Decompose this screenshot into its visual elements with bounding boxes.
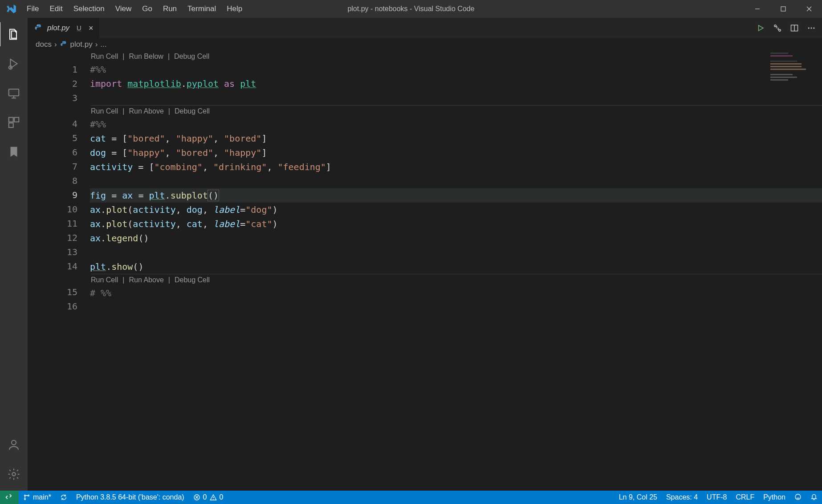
menu-edit[interactable]: Edit xyxy=(44,0,68,18)
breadcrumb-item[interactable]: docs xyxy=(36,40,52,49)
codelens-run-cell[interactable]: Run Cell xyxy=(91,51,118,62)
codelens-run-cell[interactable]: Run Cell xyxy=(91,106,118,117)
code-line[interactable]: #%% xyxy=(90,62,822,77)
svg-rect-5 xyxy=(9,123,13,127)
status-cursor[interactable]: Ln 9, Col 25 xyxy=(614,493,662,501)
menu-file[interactable]: File xyxy=(21,0,44,18)
status-problems[interactable]: 0 0 xyxy=(189,491,228,504)
svg-point-13 xyxy=(811,28,812,29)
codelens-cell2: Run Cell| Run Above| Debug Cell xyxy=(91,105,822,117)
svg-point-12 xyxy=(808,28,810,29)
run-debug-icon[interactable] xyxy=(0,52,28,76)
svg-point-14 xyxy=(813,28,814,29)
window-controls xyxy=(745,0,822,18)
explorer-icon[interactable] xyxy=(0,22,28,46)
svg-rect-0 xyxy=(781,7,785,11)
code-line[interactable]: activity = ["combing", "drinking", "feed… xyxy=(90,160,822,174)
menu-bar: File Edit Selection View Go Run Terminal… xyxy=(21,0,248,18)
line-number-gutter: 1 2 3 4 5 6 7 8 9 10 11 12 13 14 15 16 xyxy=(28,51,90,491)
code-line[interactable]: import matplotlib.pyplot as plt xyxy=(90,77,822,91)
svg-point-16 xyxy=(24,499,26,500)
codelens-run-above[interactable]: Run Above xyxy=(129,274,164,286)
svg-rect-2 xyxy=(9,89,19,96)
status-interpreter[interactable]: Python 3.8.5 64-bit ('base': conda) xyxy=(72,491,189,504)
svg-point-15 xyxy=(24,495,26,496)
status-feedback-icon[interactable] xyxy=(790,493,806,500)
code-line[interactable]: #%% xyxy=(90,117,822,131)
code-line[interactable]: cat = ["bored", "happy", "bored"] xyxy=(90,131,822,146)
status-eol[interactable]: CRLF xyxy=(731,493,759,501)
svg-rect-4 xyxy=(14,118,19,122)
svg-rect-3 xyxy=(9,118,13,122)
compare-changes-icon[interactable] xyxy=(772,23,783,33)
codelens-run-cell[interactable]: Run Cell xyxy=(91,274,118,286)
close-button[interactable] xyxy=(796,0,822,18)
status-sync-icon[interactable] xyxy=(56,491,72,504)
code-line[interactable]: # %% xyxy=(90,286,822,300)
codelens-debug-cell[interactable]: Debug Cell xyxy=(174,51,209,62)
codelens-debug-cell[interactable]: Debug Cell xyxy=(175,106,210,117)
tab-plot-py[interactable]: plot.py U × xyxy=(28,18,99,38)
code-line[interactable]: ax.legend() xyxy=(90,231,822,245)
codelens-debug-cell[interactable]: Debug Cell xyxy=(175,274,210,286)
tab-filename: plot.py xyxy=(47,24,69,33)
menu-help[interactable]: Help xyxy=(221,0,248,18)
status-bar: main* Python 3.8.5 64-bit ('base': conda… xyxy=(0,491,822,504)
remote-explorer-icon[interactable] xyxy=(0,81,28,105)
code-line[interactable]: dog = ["happy", "bored", "happy"] xyxy=(90,146,822,160)
svg-point-19 xyxy=(795,494,801,500)
svg-point-7 xyxy=(12,472,16,476)
tab-close-icon[interactable]: × xyxy=(89,24,94,32)
codelens-run-below[interactable]: Run Below xyxy=(129,51,163,62)
minimap[interactable] xyxy=(769,51,818,91)
status-encoding[interactable]: UTF-8 xyxy=(702,493,731,501)
more-actions-icon[interactable] xyxy=(806,23,817,33)
status-language[interactable]: Python xyxy=(759,493,790,501)
chevron-right-icon: › xyxy=(54,40,57,49)
code-line[interactable] xyxy=(90,300,822,314)
codelens-cell1: Run Cell| Run Below| Debug Cell xyxy=(91,51,822,62)
code-line-current[interactable]: fig = ax = plt.subplot() xyxy=(90,188,822,203)
code-line[interactable] xyxy=(90,91,822,105)
split-editor-icon[interactable] xyxy=(789,23,800,33)
code-line[interactable] xyxy=(90,174,822,188)
python-file-icon xyxy=(60,41,68,49)
chevron-right-icon: › xyxy=(95,40,98,49)
code-editor[interactable]: 1 2 3 4 5 6 7 8 9 10 11 12 13 14 15 16 xyxy=(28,51,822,491)
activity-bar xyxy=(0,18,28,491)
extensions-icon[interactable] xyxy=(0,110,28,134)
code-line[interactable]: ax.plot(activity, cat, label="cat") xyxy=(90,217,822,231)
bookmark-icon[interactable] xyxy=(0,140,28,164)
tab-bar: plot.py U × xyxy=(28,18,822,38)
menu-view[interactable]: View xyxy=(110,0,137,18)
python-file-icon xyxy=(34,24,43,33)
code-line[interactable]: plt.show() xyxy=(90,260,822,274)
tab-modified-marker: U xyxy=(77,24,81,32)
codelens-run-above[interactable]: Run Above xyxy=(129,106,164,117)
accounts-icon[interactable] xyxy=(0,433,28,457)
minimize-button[interactable] xyxy=(745,0,770,18)
breadcrumb-item[interactable]: ... xyxy=(100,40,106,49)
status-bell-icon[interactable] xyxy=(806,493,822,500)
breadcrumb[interactable]: docs › plot.py › ... xyxy=(28,38,822,51)
remote-status-icon[interactable] xyxy=(0,491,19,504)
status-branch[interactable]: main* xyxy=(19,491,56,504)
menu-go[interactable]: Go xyxy=(137,0,158,18)
code-line[interactable]: ax.plot(activity, dog, label="dog") xyxy=(90,203,822,217)
vscode-logo-icon xyxy=(5,3,17,15)
menu-terminal[interactable]: Terminal xyxy=(182,0,221,18)
codelens-cell3: Run Cell| Run Above| Debug Cell xyxy=(91,274,822,286)
status-spaces[interactable]: Spaces: 4 xyxy=(662,493,702,501)
svg-point-6 xyxy=(12,440,16,445)
title-bar: File Edit Selection View Go Run Terminal… xyxy=(0,0,822,18)
svg-point-10 xyxy=(779,29,781,31)
svg-point-8 xyxy=(37,24,38,25)
breadcrumb-item[interactable]: plot.py xyxy=(70,40,93,49)
menu-selection[interactable]: Selection xyxy=(68,0,110,18)
svg-point-9 xyxy=(774,25,776,27)
settings-gear-icon[interactable] xyxy=(0,462,28,486)
maximize-button[interactable] xyxy=(770,0,796,18)
menu-run[interactable]: Run xyxy=(158,0,182,18)
run-file-icon[interactable] xyxy=(755,23,766,33)
code-line[interactable] xyxy=(90,245,822,260)
